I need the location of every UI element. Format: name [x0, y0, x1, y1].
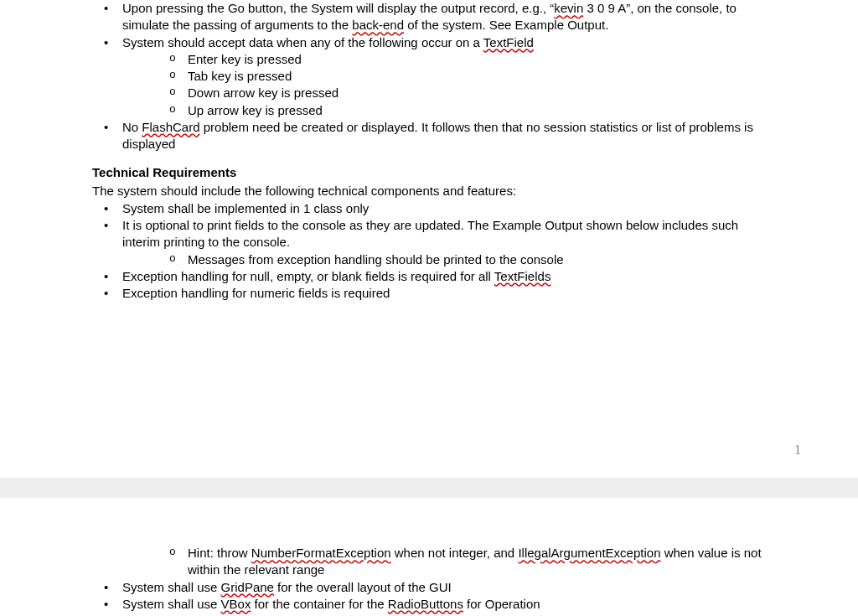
text: when not integer, and — [391, 546, 519, 560]
text: Exception handling for null, empty, or b… — [122, 269, 494, 283]
spell-error: TextField — [483, 35, 534, 49]
text: Up arrow key is pressed — [188, 103, 323, 117]
list-item: Upon pressing the Go button, the System … — [92, 0, 766, 34]
spell-error: kevin — [554, 1, 583, 15]
spell-error: TextFields — [494, 269, 551, 283]
continued-bullets: System shall use GridPane for the overal… — [92, 579, 766, 613]
text: System should accept data when any of th… — [122, 35, 483, 49]
list-item: System should accept data when any of th… — [92, 34, 766, 119]
text: No — [122, 120, 142, 134]
text: Exception handling for numeric fields is… — [122, 286, 390, 300]
text: System shall use — [122, 597, 221, 611]
list-item: No FlashCard problem need be created or … — [92, 119, 766, 153]
sub-list: Hint: throw NumberFormatException when n… — [122, 545, 766, 579]
section-intro: The system should include the following … — [92, 183, 766, 199]
list-item: Up arrow key is pressed — [122, 102, 766, 119]
list-item: Exception handling for null, empty, or b… — [92, 268, 766, 285]
sub-list: Messages from exception handling should … — [122, 251, 766, 268]
technical-requirements-list: System shall be implemented in 1 class o… — [92, 200, 766, 303]
text: System shall use — [122, 580, 221, 594]
hidden-parent-bullet: Hint: throw NumberFormatException when n… — [92, 545, 766, 579]
list-item: System shall be implemented in 1 class o… — [92, 200, 766, 217]
text: Enter key is pressed — [188, 52, 302, 66]
spell-error: FlashCard — [142, 120, 199, 134]
text: for the container for the — [251, 597, 387, 611]
continued-list: Hint: throw NumberFormatException when n… — [92, 545, 766, 579]
page-number: 1 — [794, 441, 801, 459]
requirements-list: Upon pressing the Go button, the System … — [92, 0, 766, 153]
document-page-1: Upon pressing the Go button, the System … — [0, 0, 858, 478]
list-item: It is optional to print fields to the co… — [92, 217, 766, 268]
text: Down arrow key is pressed — [188, 85, 339, 100]
text: Hint: throw — [188, 546, 251, 560]
spell-error: GridPane — [221, 580, 274, 594]
text: System shall be implemented in 1 class o… — [122, 201, 369, 215]
list-item: Hint: throw NumberFormatException when n… — [122, 545, 766, 579]
spell-error: RadioButtons — [388, 597, 463, 611]
text: problem need be created or displayed. It… — [122, 120, 753, 151]
list-item: Exception handling for numeric fields is… — [92, 285, 766, 302]
list-item: Down arrow key is pressed — [122, 85, 766, 101]
text: of the system. See Example Output. — [404, 18, 608, 32]
spell-error: VBox — [221, 597, 251, 611]
section-heading: Technical Requirements — [92, 164, 766, 181]
text: for Operation — [463, 597, 540, 611]
sub-list: Enter key is pressed Tab key is pressed … — [122, 51, 766, 119]
text: Tab key is pressed — [188, 69, 292, 83]
text: Messages from exception handling should … — [188, 252, 564, 267]
list-item: Tab key is pressed — [122, 68, 766, 85]
spell-error: back-end — [352, 18, 404, 32]
document-page-2: Hint: throw NumberFormatException when n… — [0, 498, 858, 616]
text: It is optional to print fields to the co… — [122, 218, 738, 249]
list-item: System shall use GridPane for the overal… — [92, 579, 766, 596]
list-item: Enter key is pressed — [122, 51, 766, 68]
list-item: System shall use VBox for the container … — [92, 596, 766, 613]
text: for the overall layout of the GUI — [274, 580, 452, 594]
list-item: Messages from exception handling should … — [122, 251, 766, 268]
text: Upon pressing the Go button, the System … — [122, 1, 554, 15]
spell-error: IllegalArgumentException — [518, 546, 660, 560]
spell-error: NumberFormatException — [251, 546, 391, 560]
